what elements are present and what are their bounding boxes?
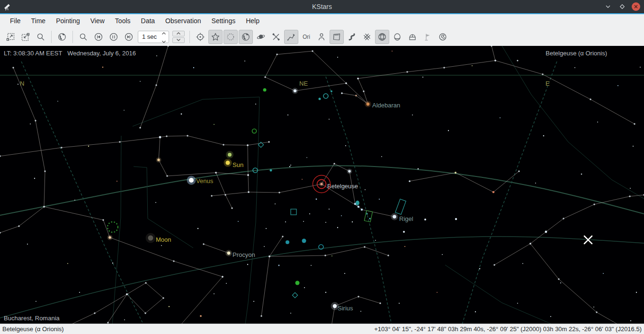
object-venus[interactable]: Venus [187, 176, 214, 185]
track-object-button[interactable] [193, 30, 207, 44]
window-title: KStars [0, 3, 644, 10]
find-object-button[interactable] [34, 30, 48, 44]
dotted-circle-icon [226, 32, 235, 42]
maximize-button[interactable] [617, 2, 627, 11]
zoom-in-icon [6, 32, 15, 42]
time-step-backward-button[interactable] [91, 30, 106, 44]
toggle-constellation-boundaries-button[interactable] [330, 30, 344, 44]
star-icon [211, 32, 220, 42]
time-step-forward-button[interactable] [122, 30, 136, 44]
toggle-constellation-names-button[interactable]: Ori [299, 30, 313, 44]
star-labels: AldebaranBetelgeuseRigelProcyonSirius [233, 102, 413, 312]
svg-text:Ori: Ori [303, 34, 310, 40]
star-label-sirius: Sirius [338, 305, 353, 312]
toolbar-separator [72, 31, 73, 43]
object-label-sun: Sun [233, 161, 243, 168]
hatch-grid-icon [362, 32, 372, 42]
sky-svg[interactable]: SunVenusMoonAldebaranBetelgeuseRigelProc… [0, 46, 644, 324]
menu-file[interactable]: File [5, 16, 26, 26]
object-sun[interactable]: Sun [224, 158, 243, 168]
zoom-out-button[interactable] [18, 30, 33, 44]
time-step-value: 1 sec [138, 33, 161, 40]
saturn-icon [256, 32, 266, 42]
cardinal-label-e: E [546, 80, 550, 87]
object-moon[interactable]: Moon [146, 233, 171, 243]
toggle-solar-system-button[interactable] [239, 30, 253, 44]
toggle-constellation-art-button[interactable] [314, 30, 329, 44]
find-object-button-2[interactable] [76, 30, 90, 44]
satellites-icon [271, 32, 281, 42]
toolbar-separator [51, 31, 52, 43]
time-step-up-button[interactable] [172, 31, 185, 36]
magnifier-icon [79, 32, 88, 42]
dome-icon [408, 32, 417, 42]
toolbar-separator [189, 31, 190, 43]
toggle-satellites-button[interactable] [269, 30, 283, 44]
crosshair-icon [196, 32, 205, 42]
time-step-down-button[interactable] [172, 37, 185, 43]
toggle-equatorial-grid-button[interactable] [360, 30, 374, 44]
toggle-stars-button[interactable] [208, 30, 223, 44]
grid-globe-icon [377, 32, 387, 42]
toggle-milky-way-button[interactable] [345, 30, 359, 44]
time-step-spinbox[interactable]: 1 sec [138, 31, 169, 43]
zoom-in-button[interactable] [3, 30, 18, 44]
globe-icon [57, 32, 67, 42]
menu-bar: FileTimePointingViewToolsDataObservation… [0, 14, 644, 27]
set-geolocation-button[interactable] [55, 30, 69, 44]
cnames-icon: Ori [302, 32, 311, 42]
spinbox-arrows-icon[interactable] [161, 28, 169, 45]
stop-clock-button[interactable] [107, 30, 121, 44]
object-label-venus: Venus [196, 177, 214, 185]
spiral-icon [438, 32, 447, 42]
zoom-out-icon [21, 32, 30, 42]
close-button[interactable] [632, 2, 640, 11]
menu-data[interactable]: Data [136, 16, 161, 26]
object-label-moon: Moon [156, 236, 171, 243]
toggle-deep-sky-objects-button[interactable] [224, 30, 238, 44]
media-forward-icon [124, 32, 134, 42]
status-bar: Betelgeuse (α Orionis) +103° 04' 15", -2… [0, 324, 644, 334]
menu-time[interactable]: Time [26, 16, 51, 26]
kstars-app-icon [1, 1, 13, 12]
magnifier-icon [36, 32, 45, 42]
sky-map[interactable]: SunVenusMoonAldebaranBetelgeuseRigelProc… [0, 46, 644, 324]
status-object-name: Betelgeuse (α Orionis) [2, 325, 64, 333]
toggle-flags-button [420, 30, 435, 44]
toggle-horizontal-grid-button[interactable] [375, 30, 389, 44]
main-toolbar: 1 secOri [0, 27, 644, 46]
star-label-procyon: Procyon [233, 251, 255, 258]
cbound-icon [332, 32, 341, 42]
clines-icon [286, 32, 296, 42]
cardinal-label-n: N [20, 80, 24, 87]
toggle-planets-button[interactable] [254, 30, 268, 44]
title-bar: KStars [0, 0, 644, 13]
toggle-horizon-button[interactable] [390, 30, 404, 44]
star-label-rigel: Rigel [399, 215, 413, 222]
flag-icon [423, 32, 432, 42]
cardinal-label-ne: NE [299, 80, 308, 87]
minimize-button[interactable] [603, 2, 613, 11]
observatory-dome-button[interactable] [405, 30, 420, 44]
star-label-aldebaran: Aldebaran [372, 102, 400, 109]
media-pause-icon [109, 32, 118, 42]
toggle-hips-overlay-button[interactable] [436, 30, 450, 44]
status-coordinates: +103° 04' 15", -24° 17' 48" 03h 29m 40s,… [374, 325, 642, 333]
menu-pointing[interactable]: Pointing [51, 16, 85, 26]
menu-observation[interactable]: Observation [160, 16, 206, 26]
star-label-betelgeuse: Betelgeuse [327, 183, 358, 190]
menu-help[interactable]: Help [241, 16, 265, 26]
media-back-icon [94, 32, 103, 42]
time-step-adjust [172, 31, 185, 43]
globe-icon [241, 32, 250, 42]
horizon-icon [393, 32, 402, 42]
menu-tools[interactable]: Tools [110, 16, 136, 26]
menu-settings[interactable]: Settings [206, 16, 241, 26]
toggle-constellation-lines-button[interactable] [284, 30, 298, 44]
menu-view[interactable]: View [85, 16, 110, 26]
cart-icon [317, 32, 326, 42]
milkyway-icon [347, 32, 357, 42]
